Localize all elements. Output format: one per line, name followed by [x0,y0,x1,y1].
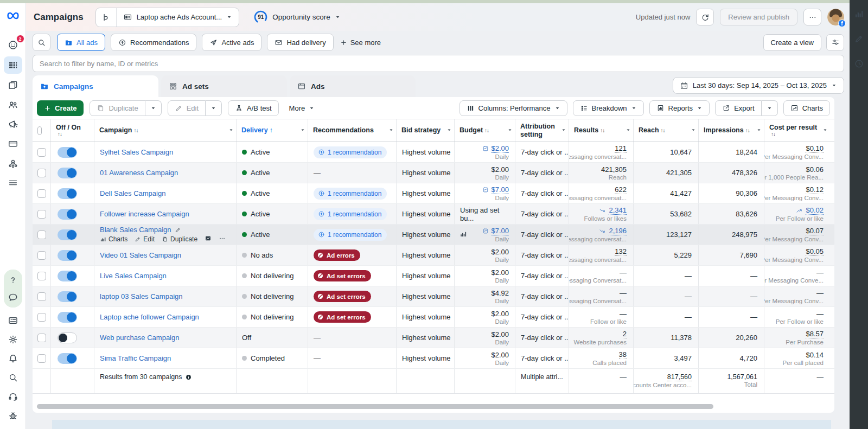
results-value[interactable]: 622 [615,185,627,194]
chat-nav-item[interactable] [4,289,22,305]
campaign-name-link[interactable]: Video 01 Sales Campaign [100,251,181,259]
avatar[interactable]: f [827,9,844,25]
row-checkbox[interactable] [37,148,46,157]
table-row[interactable]: Follower increase CampaignActive1 recomm… [33,204,834,225]
support-headset-nav-item[interactable] [4,388,22,405]
results-value[interactable]: 2 [623,330,627,338]
column-header-campaign[interactable]: Campaign↑↓ [94,119,237,142]
header-more-button[interactable] [803,9,821,25]
row-checkbox[interactable] [37,272,46,280]
table-row[interactable]: Sylhet Sales CampaignActive1 recommendat… [33,142,834,163]
column-header-off-on[interactable]: Off / On↑↓ [51,119,94,142]
pencil-rail-item[interactable] [853,33,865,44]
row-more-icon[interactable] [219,235,226,244]
ads-megaphone-nav-item[interactable] [4,116,22,132]
column-header-results[interactable]: Results↑↓ [569,119,634,142]
cost-per-result-value[interactable]: $0.10 [806,144,824,153]
date-range-button[interactable]: Last 30 days: Sep 14, 2025 – Oct 13, 202… [673,77,844,94]
chevron-down-icon[interactable] [507,126,513,134]
filter-pill-had-delivery[interactable]: Had delivery [267,34,333,51]
horizontal-scrollbar-thumb[interactable] [37,404,713,409]
campaign-toggle[interactable] [58,250,77,261]
business-suite-button[interactable] [96,8,117,27]
refresh-button[interactable] [696,9,714,25]
duplicate-caret-button[interactable] [145,100,162,116]
info-icon[interactable] [185,374,192,381]
campaign-name-link[interactable]: 01 Awareness Campaign [100,169,178,177]
cost-per-result-value[interactable]: $0.05 [806,247,824,256]
campaign-name-link[interactable]: Sylhet Sales Campaign [100,148,173,156]
row-charts-shortcut-icon[interactable] [459,230,467,239]
recommendation-pill[interactable]: 1 recommendation [314,229,387,241]
column-header-delivery[interactable]: Delivery↑ [237,119,308,142]
settings-gear-nav-item[interactable] [4,331,22,348]
filter-search-button[interactable] [33,34,50,51]
pin-post-icon[interactable] [205,235,212,244]
campaign-toggle[interactable] [58,147,77,158]
campaign-toggle[interactable] [58,312,77,323]
cost-per-result-value[interactable]: $8.57 [806,330,824,338]
chevron-down-icon[interactable] [228,126,234,134]
meta-logo-icon[interactable] [6,9,20,25]
row-checkbox[interactable] [37,230,46,239]
billing-nav-item[interactable] [4,136,22,152]
see-more-button[interactable]: See more [340,39,381,47]
row-checkbox[interactable] [37,210,46,219]
campaign-name-link[interactable]: Laptop ache follower Campaign [100,313,199,321]
table-row[interactable]: Web purchase CampaignOff—Highest volume$… [33,328,834,348]
budget-amount[interactable]: $2.00 [491,144,509,153]
column-header-recommendations[interactable]: Recommendations [308,119,397,142]
table-row[interactable]: Video 01 Sales CampaignNo adsAd errorsHi… [33,245,834,266]
audiences-nav-item[interactable] [4,97,22,113]
tab-ad-sets[interactable]: Ad sets [161,75,287,97]
row-action-edit[interactable]: Edit [135,235,155,243]
table-row[interactable]: Laptop ache follower CampaignNot deliver… [33,307,834,328]
recommendation-pill[interactable]: 1 recommendation [314,146,387,158]
table-row[interactable]: Sima Traffic CampaignCompleted—Highest v… [33,348,834,369]
more-button[interactable]: More [285,104,320,112]
rename-pencil-icon[interactable] [175,227,181,233]
budget-amount[interactable]: $7.00 [491,185,509,194]
campaign-toggle[interactable] [58,353,77,364]
create-view-button[interactable]: Create a view [763,34,821,51]
campaign-toggle[interactable] [58,188,77,199]
column-header-attribution-setting[interactable]: Attribution setting [515,119,569,142]
ads-manager-nav-item[interactable] [4,56,22,74]
help-nav-item[interactable] [4,272,22,288]
filter-pill-active-ads[interactable]: Active ads [202,34,261,51]
bar-chart-rail-item[interactable] [853,8,865,20]
filter-pill-all-ads[interactable]: All ads [57,34,105,51]
clock-rail-item[interactable] [853,57,865,69]
row-action-duplicate[interactable]: Duplicate [162,235,197,243]
footer-reach-value[interactable]: 817,560 [667,373,692,381]
events-manager-nav-item[interactable] [4,155,22,171]
breakdown-button[interactable]: Breakdown [573,100,644,116]
campaign-name-link[interactable]: Dell Sales Campaign [100,189,165,197]
chevron-down-icon[interactable] [561,126,566,134]
ab-test-button[interactable]: A/B test [228,100,279,116]
row-checkbox[interactable] [37,169,46,177]
select-all-checkbox[interactable] [37,126,42,135]
review-and-publish-button[interactable]: Review and publish [720,9,797,25]
chevron-down-icon[interactable] [300,126,305,134]
row-checkbox[interactable] [37,251,46,260]
column-header-bid-strategy[interactable]: Bid strategy [397,119,455,142]
error-badge[interactable]: Ad set errors [314,311,371,323]
row-checkbox[interactable] [37,354,46,363]
chevron-down-icon[interactable] [626,126,631,134]
recommendation-pill[interactable]: 1 recommendation [314,208,387,220]
columns-button[interactable]: Columns: Performance [459,100,567,116]
row-checkbox[interactable] [37,189,46,198]
search-nav-item[interactable] [4,369,22,386]
reports-button[interactable]: Reports [649,100,710,116]
table-row[interactable]: Live Sales CampaignNot deliveringAd set … [33,266,834,286]
notifications-bell-nav-item[interactable] [4,350,22,367]
campaign-toggle[interactable] [58,291,77,302]
chevron-down-icon[interactable] [691,126,696,134]
cost-per-result-value[interactable]: $0.07 [806,227,824,235]
campaign-toggle[interactable] [58,271,77,281]
view-settings-button[interactable] [826,34,844,51]
table-row[interactable]: laptop 03 Sales CampaignNot deliveringAd… [33,286,834,307]
chevron-down-icon[interactable] [822,126,828,134]
campaign-name-link[interactable]: Blank Sales Campaign [100,226,171,234]
